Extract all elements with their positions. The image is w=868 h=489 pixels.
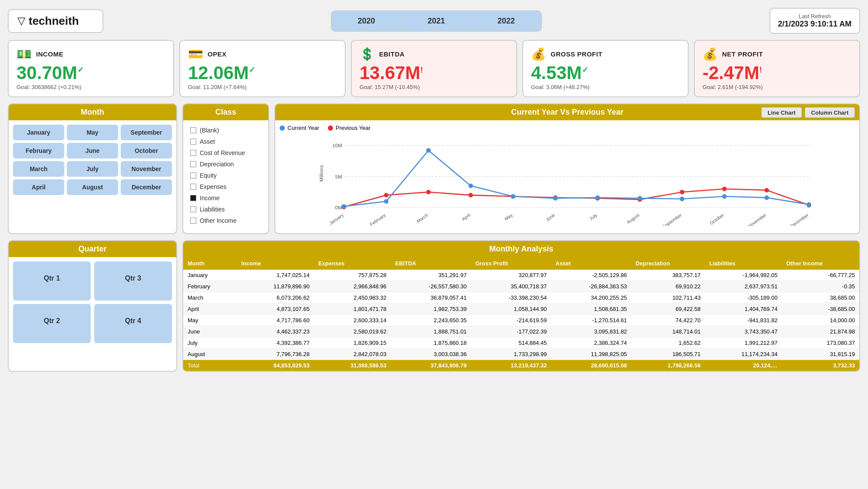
class-item-equity[interactable]: Equity (190, 170, 261, 181)
table-cell: 3,003,038.36 (391, 349, 471, 360)
svg-text:October: October (709, 212, 725, 226)
table-cell: 1,733,298.99 (471, 349, 551, 360)
table-cell: 1,508,681.35 (551, 304, 631, 315)
class-item-depreciation[interactable]: Depreciation (190, 159, 261, 170)
svg-text:August: August (626, 212, 640, 225)
svg-point-29 (764, 195, 769, 200)
class-list: (Blank)AssetCost of RevenueDepreciationE… (183, 120, 268, 231)
year-tab-2020[interactable]: 2020 (332, 11, 402, 31)
class-item-cost-of-revenue[interactable]: Cost of Revenue (190, 147, 261, 159)
table-panel-header: Monthly Analysis (183, 241, 859, 257)
class-item-liabilities[interactable]: Liabilities (190, 204, 261, 215)
middle-row: Month JanuaryMaySeptemberFebruaryJuneOct… (8, 103, 860, 234)
table-cell: 514,884.45 (471, 337, 551, 349)
kpi-goal-ebitda: Goal: 15.27M (-10.45%) (360, 84, 508, 90)
svg-text:5M: 5M (335, 174, 342, 179)
svg-text:December: December (789, 212, 810, 226)
table-cell: -1,270,514.61 (551, 315, 631, 326)
table-cell: 38,685.00 (782, 292, 859, 304)
table-row: April4,873,107.651,801,471.781,982,753.3… (183, 304, 859, 315)
table-cell: -177,022.39 (471, 326, 551, 337)
legend-previous: Previous Year (328, 125, 370, 131)
chart-legend: Current Year Previous Year (280, 125, 855, 131)
class-item-income[interactable]: Income (190, 192, 261, 204)
class-item-asset[interactable]: Asset (190, 136, 261, 147)
svg-point-17 (764, 188, 769, 193)
kpi-icon-gross_profit: 💰 (531, 47, 546, 61)
quarter-cell-qtr3[interactable]: Qtr 3 (94, 261, 172, 301)
table-cell: 3,743,350.47 (705, 326, 782, 337)
month-cell-december[interactable]: December (121, 179, 172, 195)
kpi-value-gross_profit: 4.53M✓ (531, 63, 680, 83)
legend-current-label: Current Year (287, 125, 319, 131)
table-cell: -305,189.00 (705, 292, 782, 304)
quarter-cell-qtr2[interactable]: Qtr 2 (13, 304, 91, 343)
table-row: February11,879,896.902,966,848.96-26,557… (183, 281, 859, 292)
chart-header: Current Year Vs Previous Year Line Chart… (275, 104, 859, 120)
month-cell-may[interactable]: May (67, 125, 118, 140)
quarter-cell-qtr1[interactable]: Qtr 1 (13, 261, 91, 301)
refresh-box: Last Refresh 2/1/2023 9:10:11 AM (769, 8, 860, 34)
class-checkbox[interactable] (190, 218, 196, 224)
svg-text:April: April (461, 212, 471, 222)
month-cell-july[interactable]: July (67, 161, 118, 177)
svg-point-20 (384, 199, 389, 204)
class-item-expenses[interactable]: Expenses (190, 181, 261, 192)
table-row: May4,717,786.602,600,333.142,243,650.35-… (183, 315, 859, 326)
month-cell-january[interactable]: January (13, 125, 64, 140)
month-cell-february[interactable]: February (13, 143, 64, 159)
table-cell: 3,095,831.82 (551, 326, 631, 337)
month-cell-march[interactable]: March (13, 161, 64, 177)
class-checkbox[interactable] (190, 139, 196, 145)
class-label: Other Income (200, 217, 237, 224)
svg-point-24 (553, 196, 558, 201)
logo-icon: ▽ (17, 15, 25, 27)
class-label: Depreciation (200, 161, 234, 168)
class-checkbox[interactable] (190, 172, 196, 178)
table-cell: 1,801,471.78 (314, 304, 391, 315)
class-checkbox[interactable] (190, 161, 196, 167)
line-chart-svg: 0M5M10MMillionsJanuaryFebruaryMarchApril… (280, 135, 855, 226)
month-cell-june[interactable]: June (67, 143, 118, 159)
month-cell-november[interactable]: November (121, 161, 172, 177)
class-checkbox[interactable] (190, 184, 196, 190)
year-tab-2021[interactable]: 2021 (402, 11, 472, 31)
class-panel: Class (Blank)AssetCost of RevenueDepreci… (182, 103, 269, 234)
class-checkbox[interactable] (190, 127, 196, 133)
month-cell-september[interactable]: September (121, 125, 172, 140)
legend-dot-red (328, 126, 333, 131)
chart-panel: Current Year Vs Previous Year Line Chart… (274, 103, 860, 234)
svg-text:0M: 0M (335, 205, 342, 210)
table-cell: February (183, 281, 237, 292)
table-cell: -0.35 (782, 281, 859, 292)
class-checkbox[interactable] (190, 206, 196, 212)
column-chart-btn[interactable]: Column Chart (805, 107, 855, 118)
class-checkbox[interactable] (190, 195, 196, 201)
table-row: June4,462,337.232,580,019.621,888,751.01… (183, 326, 859, 337)
quarter-panel-header: Quarter (9, 241, 176, 257)
table-row: March6,073,206.622,450,983.3236,879,057.… (183, 292, 859, 304)
table-cell: 69,422.58 (631, 304, 705, 315)
line-chart-btn[interactable]: Line Chart (761, 107, 802, 118)
table-total-row: Total84,853,829.5331,088,586.5337,843,80… (183, 360, 859, 371)
class-item-other-income[interactable]: Other Income (190, 215, 261, 226)
kpi-card-ebitda: 💲 EBITDA 13.67M! Goal: 15.27M (-10.45%) (351, 40, 517, 97)
svg-text:May: May (503, 212, 514, 221)
class-item-(blank)[interactable]: (Blank) (190, 125, 261, 136)
year-tab-2022[interactable]: 2022 (472, 11, 541, 31)
table-cell: 21,874.98 (782, 326, 859, 337)
table-cell: May (183, 315, 237, 326)
month-grid: JanuaryMaySeptemberFebruaryJuneOctoberMa… (9, 120, 176, 199)
class-label: (Blank) (200, 127, 219, 134)
class-checkbox[interactable] (190, 150, 196, 156)
quarter-cell-qtr4[interactable]: Qtr 4 (94, 304, 172, 343)
svg-point-23 (511, 194, 515, 199)
month-cell-april[interactable]: April (13, 179, 64, 195)
col-month: Month (183, 257, 237, 270)
table-cell: -26,884,363.53 (551, 281, 631, 292)
table-wrapper[interactable]: MonthIncomeExpensesEBITDAGross ProfitAss… (183, 257, 859, 371)
month-cell-october[interactable]: October (121, 143, 172, 159)
table-cell: 69,910.22 (631, 281, 705, 292)
month-cell-august[interactable]: August (67, 179, 118, 195)
table-cell: 383,757.17 (631, 270, 705, 281)
